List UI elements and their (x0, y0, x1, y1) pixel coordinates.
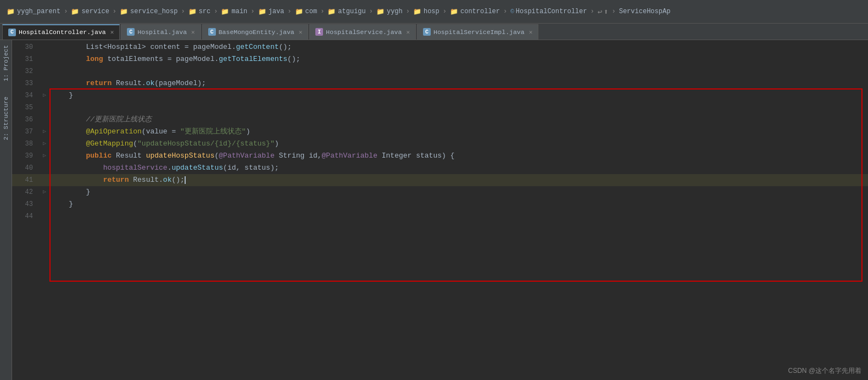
tab-icon-c-4: C (423, 28, 431, 36)
code-line-39: 39 ▷ public Result updateHospStatus(@Pat… (12, 150, 868, 162)
breadcrumb-item-8[interactable]: 📁 yygh (374, 8, 405, 16)
breadcrumb-item-9[interactable]: 📁 hosp (411, 8, 442, 16)
breadcrumb-label-3: src (199, 8, 211, 15)
code-line-35: 35 (12, 102, 868, 114)
tab-hospitalservice[interactable]: I HospitalService.java ✕ (309, 24, 416, 40)
line-content-40: hospitalService.updateStatus(id, status)… (49, 162, 868, 174)
code-lines: 30 List<Hospital> content = pageModel.ge… (12, 40, 868, 222)
folder-icon-8: 📁 (376, 8, 385, 16)
folder-icon-6: 📁 (295, 8, 303, 16)
line-content-32 (49, 65, 868, 77)
line-content-43: } (49, 198, 868, 210)
sidebar-tab-project[interactable]: 1: Project (2, 43, 10, 83)
line-num-31: 31 (12, 53, 40, 65)
breadcrumb-label-4: main (231, 8, 247, 15)
tab-label-3: HospitalService.java (326, 29, 402, 36)
breadcrumb-sep-12: › (612, 8, 616, 15)
tab-close-3[interactable]: ✕ (406, 29, 410, 36)
line-content-38: @GetMapping("updateHospStatus/{id}/{stat… (49, 138, 868, 150)
breadcrumb-item-2[interactable]: 📁 service_hosp (118, 8, 180, 16)
breadcrumb-label-10: controller (460, 8, 500, 15)
tab-hospital[interactable]: C Hospital.java ✕ (121, 24, 201, 40)
class-icon-11: © (510, 8, 514, 15)
fold-arrow-37: ▷ (43, 126, 46, 138)
breadcrumb-item-1[interactable]: 📁 service (69, 8, 111, 16)
folder-icon-3: 📁 (188, 8, 197, 16)
line-content-33: return Result.ok(pageModel); (49, 77, 868, 90)
breadcrumb-sep-3: › (214, 8, 218, 15)
tab-label-4: HospitalServiceImpl.java (433, 29, 525, 36)
tab-basemongo[interactable]: C BaseMongoEntity.java ✕ (202, 24, 309, 40)
code-editor[interactable]: 30 List<Hospital> content = pageModel.ge… (12, 40, 868, 380)
breadcrumb-sep-9: › (443, 8, 447, 15)
code-line-44: 44 (12, 210, 868, 222)
folder-icon-1: 📁 (71, 8, 79, 16)
tab-hospitalcontroller[interactable]: C HospitalController.java ✕ (2, 24, 120, 40)
breadcrumb-item-3[interactable]: 📁 src (186, 8, 213, 16)
line-num-37: 37 (12, 126, 40, 138)
breadcrumb-label-1: service (81, 8, 109, 15)
breadcrumb-label-5: java (269, 8, 285, 15)
breadcrumb-item-6[interactable]: 📁 com (293, 8, 320, 16)
breadcrumb-sep-6: › (320, 8, 324, 15)
tab-close-0[interactable]: ✕ (110, 29, 114, 36)
line-num-30: 30 (12, 41, 40, 53)
sidebar-tab-structure[interactable]: 2: Structure (2, 94, 10, 142)
breadcrumb-label-8: yygh (387, 8, 403, 15)
line-content-35 (49, 102, 868, 114)
line-content-39: public Result updateHospStatus(@PathVari… (49, 150, 868, 162)
fold-arrow-38: ▷ (43, 138, 46, 150)
line-num-32: 32 (12, 65, 40, 77)
folder-icon-7: 📁 (327, 8, 336, 16)
line-content-31: long totalElements = pageModel.getTotalE… (49, 53, 868, 65)
watermark: CSDN @这个名字先用着 (788, 366, 861, 376)
breadcrumb-item-nav[interactable]: ↩ ⬆ (596, 7, 611, 16)
line-gutter-42: ▷ (40, 186, 49, 198)
breadcrumb-bar: 📁 yygh_parent › 📁 service › 📁 service_ho… (0, 0, 868, 24)
breadcrumb-item-5[interactable]: 📁 java (256, 8, 287, 16)
tab-icon-i-3: I (315, 28, 323, 36)
line-num-35: 35 (12, 102, 40, 114)
line-num-43: 43 (12, 198, 40, 210)
tab-icon-c-2: C (208, 28, 216, 36)
line-gutter-39: ▷ (40, 150, 49, 162)
fold-arrow-34: ▷ (43, 90, 46, 102)
breadcrumb-label-0: yygh_parent (17, 8, 60, 15)
breadcrumb-label-2: service_hosp (130, 8, 177, 15)
breadcrumb-item-12[interactable]: ServiceHospAp (617, 8, 673, 15)
tab-close-1[interactable]: ✕ (191, 29, 195, 36)
line-content-37: @ApiOperation(value = "更新医院上线状态") (49, 126, 868, 138)
tab-close-2[interactable]: ✕ (299, 29, 303, 36)
breadcrumb-label-12: ServiceHospAp (619, 8, 671, 15)
line-content-44 (49, 210, 868, 222)
code-line-31: 31 long totalElements = pageModel.getTot… (12, 53, 868, 65)
line-gutter-38: ▷ (40, 138, 49, 150)
line-num-33: 33 (12, 77, 40, 90)
tab-label-2: BaseMongoEntity.java (219, 29, 294, 36)
line-content-36: //更新医院上线状态 (49, 114, 868, 126)
breadcrumb-item-7[interactable]: 📁 atguigu (325, 8, 368, 16)
line-gutter-34: ▷ (40, 90, 49, 102)
folder-icon-10: 📁 (450, 8, 458, 16)
tab-icon-c-0: C (8, 29, 16, 36)
breadcrumb-item-0[interactable]: 📁 yygh_parent (4, 8, 63, 16)
folder-icon-4: 📁 (221, 8, 229, 16)
breadcrumb-item-11[interactable]: © HospitalController (508, 8, 589, 15)
line-content-34: } (49, 90, 868, 102)
tab-close-4[interactable]: ✕ (529, 29, 533, 36)
breadcrumb-sep-4: › (251, 8, 254, 15)
line-gutter-37: ▷ (40, 126, 49, 138)
tab-hospitalserviceimpl[interactable]: C HospitalServiceImpl.java ✕ (417, 24, 538, 40)
breadcrumb-item-4[interactable]: 📁 main (219, 8, 249, 16)
line-num-42: 42 (12, 186, 40, 198)
line-num-41: 41 (12, 174, 40, 186)
code-line-42: 42 ▷ } (12, 186, 868, 198)
code-line-33: 33 return Result.ok(pageModel); (12, 77, 868, 90)
line-num-38: 38 (12, 138, 40, 150)
code-line-37: 37 ▷ @ApiOperation(value = "更新医院上线状态") (12, 126, 868, 138)
line-num-34: 34 (12, 90, 40, 102)
tab-label-1: Hospital.java (137, 29, 187, 36)
line-num-39: 39 (12, 150, 40, 162)
fold-arrow-42: ▷ (43, 186, 46, 198)
breadcrumb-item-10[interactable]: 📁 controller (448, 8, 502, 16)
